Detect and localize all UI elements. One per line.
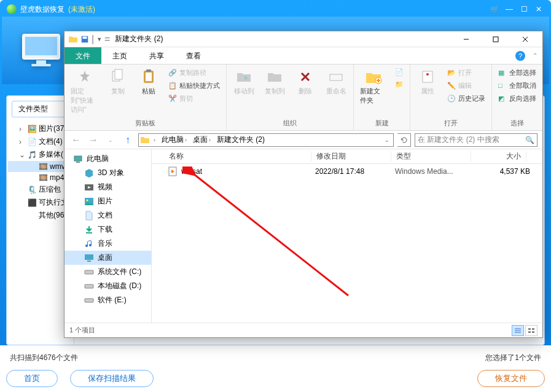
status-item-count: 1 个项目 [69,326,95,335]
nav-drive-e[interactable]: 软件 (E:) [64,293,151,307]
tree-node[interactable]: 🗜️压缩包 [8,183,72,196]
select-all-button[interactable]: ▦全部选择 [496,67,539,79]
tree-node[interactable]: 其他(96 [8,209,72,222]
help-icon[interactable]: ? [515,51,525,61]
history-button[interactable]: 🕒历史记录 [445,93,488,104]
home-button[interactable]: 首页 [6,370,58,387]
cut-button[interactable]: ✂️剪切 [166,93,222,104]
paste-shortcut-button[interactable]: 📋粘贴快捷方式 [166,80,222,92]
recover-file-button[interactable]: 恢复文件 [477,370,545,387]
minimize-icon[interactable]: — [504,5,515,14]
tab-file[interactable]: 文件 [64,47,101,64]
file-row[interactable]: winsat 2022/8/1 17:48 Windows Media... 4… [152,164,542,179]
address-bar[interactable]: › 此电脑› 桌面› 新建文件夹 (2) ⌄ [138,133,394,147]
nav-pictures[interactable]: 图片 [64,194,151,208]
move-to-button[interactable]: 移动到 [230,67,257,97]
col-type[interactable]: 类型 [391,151,471,162]
nav-drive-d[interactable]: 本地磁盘 (D:) [64,279,151,293]
view-icons-button[interactable] [525,325,537,336]
tree-node[interactable]: 🎞️wmv [8,161,72,172]
svg-rect-27 [85,270,93,274]
breadcrumb-segment[interactable]: 此电脑› [159,135,189,145]
bg-filetype-tab[interactable]: 文件类型 [12,101,69,117]
tree-node[interactable]: ›🖼️图片(37 [8,122,72,135]
tab-home[interactable]: 主页 [101,47,138,64]
copy-button[interactable]: 复制 [104,67,131,97]
nav-drive-c[interactable]: 系统文件 (C:) [64,265,151,279]
minimize-button[interactable] [453,31,480,47]
svg-point-18 [426,73,429,76]
rename-button[interactable]: 重命名 [322,67,350,97]
edit-button[interactable]: ✏️编辑 [445,80,488,92]
svg-rect-24 [86,232,92,233]
nav-desktop[interactable]: 桌面 [64,251,151,265]
ribbon-group-clipboard: 剪贴板 [68,117,222,130]
select-none-button[interactable]: □全部取消 [496,80,539,92]
view-details-button[interactable] [512,325,524,336]
ribbon-group-select: 选择 [496,117,539,130]
address-dropdown-icon[interactable]: ⌄ [382,137,392,143]
copy-to-button[interactable]: 复制到 [261,67,288,97]
copy-path-button[interactable]: 🔗复制路径 [166,67,222,79]
delete-button[interactable]: 删除 [292,67,319,97]
media-file-icon [168,167,178,176]
svg-rect-19 [74,156,82,161]
new-folder-button[interactable]: 新建文件夹 [358,67,389,106]
col-date[interactable]: 修改日期 [311,151,391,162]
tab-view[interactable]: 查看 [175,47,212,64]
svg-rect-1 [25,37,57,55]
cart-icon[interactable]: 🛒 [489,5,500,14]
maximize-button[interactable] [482,31,509,47]
svg-rect-32 [528,328,531,330]
nav-recent-button[interactable]: ⌄ [104,133,117,147]
collapse-ribbon-icon[interactable]: ⌃ [533,52,537,59]
nav-up-button[interactable]: ↑ [121,133,135,147]
nav-videos[interactable]: 视频 [64,180,151,194]
nav-back-button[interactable]: ← [69,133,83,147]
tree-node[interactable]: ›📄文档(4) [8,135,72,148]
explorer-titlebar[interactable]: | ▼ = 新建文件夹 (2) [64,31,542,47]
save-scan-button[interactable]: 保存扫描结果 [70,370,154,387]
refresh-button[interactable] [397,133,411,147]
nav-music[interactable]: 音乐 [64,237,151,251]
breadcrumb-segment[interactable]: 桌面› [190,135,213,145]
tree-node[interactable]: ⌄🎵多媒体( [8,148,72,161]
qa-dropdown-icon[interactable]: ▼ [96,36,102,42]
pin-quick-access-button[interactable]: 固定到"快速访问" [68,67,101,116]
tree-node[interactable]: 🎞️mp4 [8,172,72,183]
properties-button[interactable]: 属性 [414,67,441,97]
easy-access-button[interactable]: 📁 [393,79,406,90]
paste-button[interactable]: 粘贴 [135,67,162,97]
nav-this-pc[interactable]: 此电脑 [64,152,151,166]
ribbon-group-new: 新建 [358,117,406,130]
svg-rect-28 [85,284,93,288]
search-input[interactable]: 在 新建文件夹 (2) 中搜索 🔍 [415,133,537,147]
col-name[interactable]: 名称 [164,151,311,162]
save-icon[interactable] [80,35,89,44]
nav-forward-button[interactable]: → [87,133,100,147]
nav-downloads[interactable]: 下载 [64,222,151,237]
open-button[interactable]: 📂打开 [445,67,488,79]
col-size[interactable]: 大小 [471,151,526,162]
close-button[interactable] [512,31,539,47]
nav-documents[interactable]: 文档 [64,208,151,222]
svg-rect-5 [83,36,87,39]
nav-3d-objects[interactable]: 3D 对象 [64,166,151,180]
column-headers[interactable]: 名称 修改日期 类型 大小 [152,149,542,164]
svg-rect-11 [115,69,122,79]
svg-rect-15 [330,74,342,80]
tree-node[interactable]: ⬛可执行文 [8,196,72,209]
close-icon[interactable]: ✕ [533,5,544,14]
select-invert-button[interactable]: ◩反向选择 [496,93,539,104]
maximize-icon[interactable]: ☐ [518,5,530,14]
bg-app-title: 壁虎数据恢复 [20,4,64,15]
breadcrumb-segment[interactable]: 新建文件夹 (2) [214,135,267,145]
svg-rect-13 [146,73,152,81]
svg-line-31 [193,174,348,296]
svg-rect-3 [31,64,51,66]
new-item-button[interactable]: 📄 [393,67,406,78]
tab-share[interactable]: 共享 [138,47,175,64]
bg-app-status: (未激活) [68,4,95,15]
svg-rect-35 [532,331,534,333]
svg-rect-26 [87,261,91,262]
